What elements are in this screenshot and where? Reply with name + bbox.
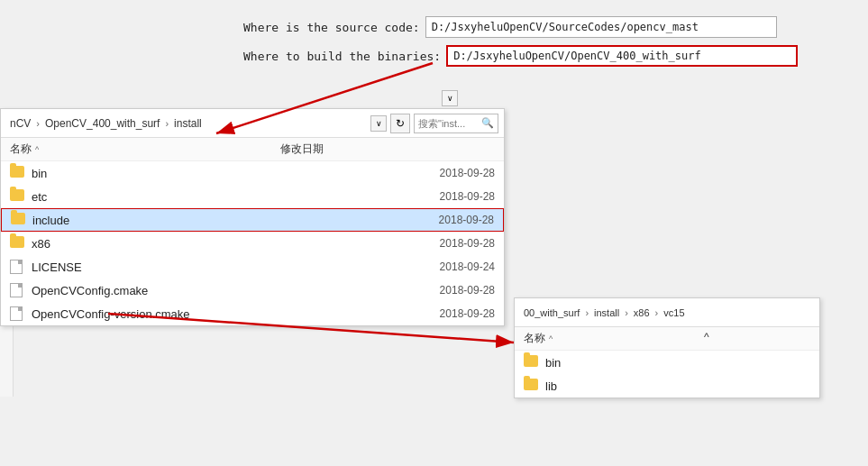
file-row-x86[interactable]: x86 2018-09-28 (1, 232, 504, 255)
file-icon-license (10, 260, 26, 274)
file-row-bin[interactable]: bin 2018-09-28 (1, 161, 504, 185)
breadcrumb2-vc15[interactable]: vc15 (660, 306, 688, 320)
file-explorer-1: nCV › OpenCV_400_with_surf › install ∨ ↻… (0, 108, 505, 326)
breadcrumb2-install[interactable]: install (590, 306, 623, 320)
file-row-license[interactable]: LICENSE 2018-09-24 (1, 255, 504, 279)
cmake-source-label: Where is the source code: (243, 21, 420, 34)
cmake-source-input[interactable] (425, 16, 777, 38)
file-row-opencv-config-version[interactable]: OpenCVConfig-version.cmake 2018-09-28 (1, 302, 504, 325)
cmake-binaries-label: Where to build the binaries: (243, 50, 441, 63)
cmake-binaries-row: Where to build the binaries: (243, 45, 856, 67)
address-bar-controls: ∨ ↻ 🔍 (370, 114, 498, 133)
cmake-binaries-input[interactable] (446, 45, 798, 67)
search-icon[interactable]: 🔍 (481, 117, 494, 129)
file-icon-opencv-config-version (10, 306, 26, 321)
file-row-etc[interactable]: etc 2018-09-28 (1, 185, 504, 208)
folder-icon-2-bin (524, 355, 540, 370)
breadcrumb-ncv[interactable]: nCV (6, 115, 34, 132)
col-name-header-2: 名称 ^ (524, 331, 704, 346)
col-headers-1: 名称 ^ 修改日期 (1, 138, 504, 161)
folder-icon-include (11, 213, 27, 227)
folder-icon-bin (10, 166, 26, 180)
dropdown-btn[interactable]: ∨ (442, 90, 458, 106)
file-row-opencv-config[interactable]: OpenCVConfig.cmake 2018-09-28 (1, 279, 504, 302)
col-name-header: 名称 ^ (10, 142, 280, 157)
file-list-2: bin lib (515, 351, 819, 397)
file-row-2-lib[interactable]: lib (515, 374, 819, 397)
col-date-header: 修改日期 (280, 142, 324, 157)
file-row-include[interactable]: include 2018-09-28 (1, 208, 504, 232)
col-date-header-2: ^ (704, 331, 709, 346)
folder-icon-etc (10, 189, 26, 204)
col-headers-2: 名称 ^ ^ (515, 327, 819, 351)
breadcrumb2-x86[interactable]: x86 (630, 306, 653, 320)
file-icon-opencv-config (10, 283, 26, 297)
sort-arrow: ^ (35, 145, 39, 154)
search-box: 🔍 (414, 114, 498, 133)
folder-icon-2-lib (524, 379, 540, 393)
dropdown-area: ∨ (442, 90, 458, 106)
refresh-btn[interactable]: ↻ (390, 114, 410, 133)
address-bar-1: nCV › OpenCV_400_with_surf › install ∨ ↻… (1, 109, 504, 138)
breadcrumb-install[interactable]: install (170, 115, 206, 132)
file-row-2-bin[interactable]: bin (515, 351, 819, 374)
cmake-area: Where is the source code: Where to build… (243, 16, 856, 74)
breadcrumb2-surf[interactable]: 00_with_surf (520, 306, 583, 320)
folder-icon-x86 (10, 236, 26, 251)
cmake-source-row: Where is the source code: (243, 16, 856, 38)
breadcrumb-opencv400[interactable]: OpenCV_400_with_surf (41, 115, 163, 132)
address-dropdown-btn[interactable]: ∨ (370, 115, 387, 132)
col-sort-2: ^ (549, 334, 553, 343)
file-explorer-2: 00_with_surf › install › x86 › vc15 名称 ^… (514, 297, 820, 398)
search-input[interactable] (418, 118, 481, 129)
address-bar-2: 00_with_surf › install › x86 › vc15 (515, 298, 819, 327)
file-list-1: bin 2018-09-28 etc 2018-09-28 include 20… (1, 161, 504, 325)
